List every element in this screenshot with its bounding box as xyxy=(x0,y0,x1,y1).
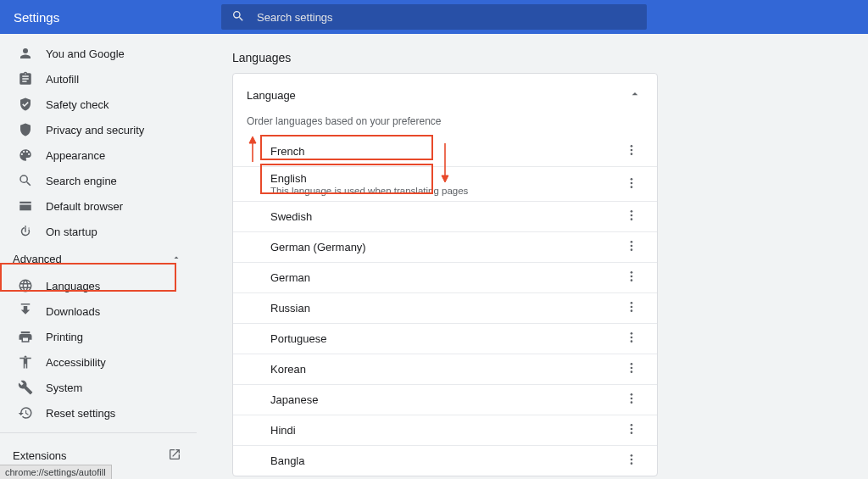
language-name: French xyxy=(270,145,304,158)
more-options-button[interactable] xyxy=(621,237,642,258)
language-text: German xyxy=(270,266,310,289)
svg-point-6 xyxy=(631,210,633,213)
wrench-icon xyxy=(17,379,34,396)
browser-icon xyxy=(17,198,34,214)
sidebar-item-you-and-google[interactable]: You and Google xyxy=(0,41,197,66)
language-row: German (Germany) xyxy=(233,231,657,262)
sidebar-section-advanced[interactable]: Advanced xyxy=(0,244,197,273)
svg-point-22 xyxy=(631,367,633,370)
sidebar-item-label: Appearance xyxy=(46,149,105,162)
svg-point-13 xyxy=(631,276,633,278)
chevron-up-icon xyxy=(171,253,181,265)
language-row: Hindi xyxy=(233,415,657,445)
sidebar-item-default-browser[interactable]: Default browser xyxy=(0,193,197,219)
sidebar-item-accessibility[interactable]: Accessibility xyxy=(0,349,197,375)
sidebar-item-label: Languages xyxy=(46,280,100,292)
sidebar-item-label: Default browser xyxy=(46,200,123,213)
more-options-button[interactable] xyxy=(621,141,642,161)
sidebar-item-reset[interactable]: Reset settings xyxy=(0,400,197,426)
language-row: Portuguese xyxy=(233,323,657,354)
svg-point-28 xyxy=(631,428,633,431)
search-input[interactable] xyxy=(257,11,637,24)
svg-point-25 xyxy=(631,398,633,400)
power-icon xyxy=(17,223,34,240)
language-name: Korean xyxy=(270,363,306,376)
print-icon xyxy=(17,328,34,345)
sidebar-item-system[interactable]: System xyxy=(0,375,197,400)
svg-point-2 xyxy=(631,153,633,155)
svg-point-4 xyxy=(631,181,633,184)
svg-point-8 xyxy=(631,218,633,220)
sidebar-item-safety-check[interactable]: Safety check xyxy=(0,92,197,117)
language-text: German (Germany) xyxy=(270,236,366,259)
sidebar-item-languages[interactable]: Languages xyxy=(0,273,197,298)
sidebar-item-label: On startup xyxy=(46,226,97,238)
sidebar-item-label: Safety check xyxy=(46,98,108,111)
svg-point-23 xyxy=(631,370,633,373)
search-icon xyxy=(17,172,34,189)
sidebar-item-downloads[interactable]: Downloads xyxy=(0,298,197,324)
svg-point-27 xyxy=(631,424,633,426)
language-text: EnglishThis language is used when transl… xyxy=(270,167,468,201)
language-row: Korean xyxy=(233,354,657,384)
more-options-button[interactable] xyxy=(621,174,642,194)
language-text: Korean xyxy=(270,358,306,381)
language-caption: This language is used when translating p… xyxy=(270,186,468,196)
svg-point-31 xyxy=(631,459,633,461)
shield-icon xyxy=(17,121,34,138)
sidebar-item-privacy[interactable]: Privacy and security xyxy=(0,117,197,142)
sidebar-item-label: Privacy and security xyxy=(46,124,144,136)
more-vert-icon xyxy=(625,209,638,225)
card-header[interactable]: Language xyxy=(233,74,657,115)
svg-point-19 xyxy=(631,337,633,339)
more-options-button[interactable] xyxy=(621,268,642,288)
more-options-button[interactable] xyxy=(621,207,642,227)
language-row: Russian xyxy=(233,292,657,323)
card-title: Language xyxy=(247,89,296,102)
svg-point-17 xyxy=(631,309,633,312)
search-icon xyxy=(231,9,245,25)
more-vert-icon xyxy=(625,361,638,377)
svg-point-26 xyxy=(631,401,633,404)
svg-point-15 xyxy=(631,302,633,304)
sidebar-item-label: Accessibility xyxy=(46,356,106,369)
more-vert-icon xyxy=(625,143,638,159)
sidebar-item-label: Downloads xyxy=(46,305,100,318)
svg-point-21 xyxy=(631,363,633,365)
search-box[interactable] xyxy=(221,4,647,30)
sidebar-item-label: System xyxy=(46,382,82,394)
svg-point-11 xyxy=(631,248,633,251)
more-vert-icon xyxy=(625,453,638,469)
sidebar: You and Google Autofill Safety check Pri… xyxy=(0,34,197,479)
svg-point-7 xyxy=(631,214,633,217)
more-vert-icon xyxy=(625,392,638,408)
more-options-button[interactable] xyxy=(621,329,642,349)
sidebar-item-appearance[interactable]: Appearance xyxy=(0,142,197,168)
svg-point-30 xyxy=(631,454,633,457)
sidebar-item-autofill[interactable]: Autofill xyxy=(0,66,197,92)
language-name: Portuguese xyxy=(270,332,327,345)
language-text: Swedish xyxy=(270,205,312,228)
svg-point-29 xyxy=(631,432,633,434)
more-vert-icon xyxy=(625,239,638,255)
more-vert-icon xyxy=(625,176,638,192)
more-options-button[interactable] xyxy=(621,390,642,410)
language-row: French xyxy=(233,136,657,166)
sidebar-item-search-engine[interactable]: Search engine xyxy=(0,168,197,193)
main-title: Languages xyxy=(232,51,868,64)
body: You and Google Autofill Safety check Pri… xyxy=(0,34,868,479)
more-options-button[interactable] xyxy=(621,298,642,319)
order-hint: Order languages based on your preference xyxy=(233,115,657,136)
language-row: Bangla xyxy=(233,445,657,476)
more-options-button[interactable] xyxy=(621,421,642,441)
sidebar-item-printing[interactable]: Printing xyxy=(0,324,197,349)
more-options-button[interactable] xyxy=(621,359,642,380)
extensions-label: Extensions xyxy=(13,449,67,462)
more-options-button[interactable] xyxy=(621,451,642,471)
download-icon xyxy=(17,303,34,320)
sidebar-item-on-startup[interactable]: On startup xyxy=(0,219,197,244)
svg-point-9 xyxy=(631,241,633,243)
svg-point-12 xyxy=(631,271,633,274)
language-name: Russian xyxy=(270,302,310,315)
language-name: Bangla xyxy=(270,454,304,467)
